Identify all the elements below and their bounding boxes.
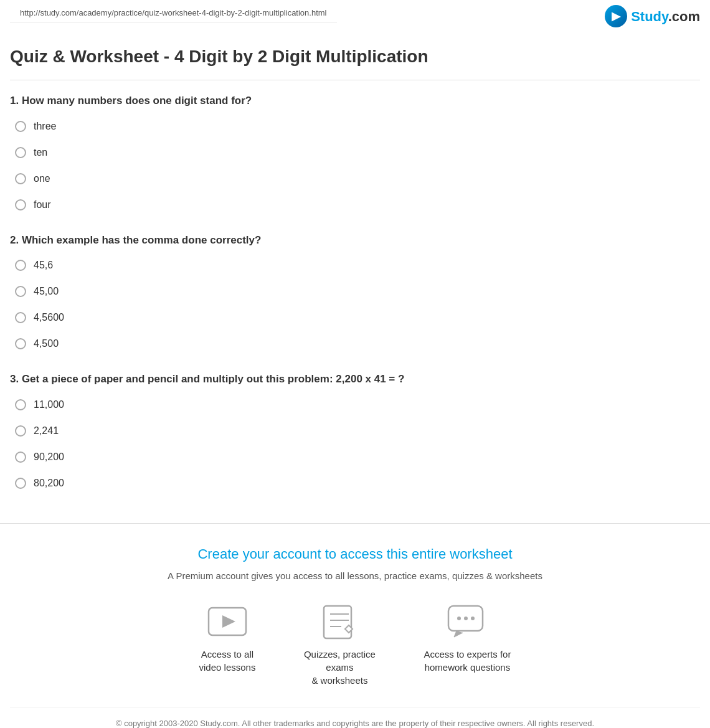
header: http://study.com/academy/practice/quiz-w…	[0, 0, 710, 31]
question-2-option-4[interactable]: 4,500	[10, 336, 700, 351]
chat-icon	[445, 603, 489, 640]
logo-text: Study.com	[631, 6, 700, 27]
question-2-option-1[interactable]: 45,6	[10, 258, 700, 273]
questions-container: 1. How many numbers does one digit stand…	[10, 93, 700, 491]
radio-q2-o1[interactable]	[15, 260, 26, 271]
features-row: Access to allvideo lessons Quizzes, prac…	[10, 603, 700, 687]
svg-point-8	[464, 617, 468, 620]
radio-q2-o3[interactable]	[15, 312, 26, 323]
question-3-option-1[interactable]: 11,000	[10, 397, 700, 412]
question-1-option-3[interactable]: one	[10, 171, 700, 186]
feature-video-label: Access to allvideo lessons	[199, 648, 256, 674]
radio-q1-o4[interactable]	[15, 199, 26, 210]
option-label-q1-o3: one	[34, 171, 50, 186]
radio-q2-o4[interactable]	[15, 338, 26, 349]
question-3-text: 3. Get a piece of paper and pencil and m…	[10, 371, 700, 387]
footer-section: Create your account to access this entir…	[0, 523, 710, 729]
svg-rect-2	[324, 606, 351, 638]
radio-q3-o3[interactable]	[15, 451, 26, 463]
radio-q2-o2[interactable]	[15, 286, 26, 297]
option-label-q2-o3: 4,5600	[34, 310, 64, 325]
feature-experts: Access to experts forhomework questions	[424, 603, 511, 687]
question-2-text: 2. Which example has the comma done corr…	[10, 232, 700, 248]
question-3: 3. Get a piece of paper and pencil and m…	[10, 371, 700, 491]
option-label-q2-o1: 45,6	[34, 258, 53, 273]
feature-video: Access to allvideo lessons	[199, 603, 256, 687]
radio-q1-o1[interactable]	[15, 121, 26, 132]
option-label-q3-o4: 80,200	[34, 476, 64, 491]
quiz-icon	[318, 603, 361, 640]
option-label-q3-o1: 11,000	[34, 397, 64, 412]
question-1-option-4[interactable]: four	[10, 197, 700, 212]
svg-point-9	[471, 617, 475, 620]
feature-quiz-label: Quizzes, practice exams& worksheets	[293, 648, 386, 687]
question-1-text: 1. How many numbers does one digit stand…	[10, 93, 700, 109]
question-3-option-3[interactable]: 90,200	[10, 450, 700, 465]
radio-q3-o2[interactable]	[15, 425, 26, 437]
video-icon	[206, 603, 249, 640]
cta-subtitle: A Premium account gives you access to al…	[10, 569, 700, 584]
question-1-option-1[interactable]: three	[10, 119, 700, 134]
quiz-content: 1. How many numbers does one digit stand…	[0, 80, 710, 523]
logo: ▶ Study.com	[605, 5, 700, 27]
option-label-q2-o4: 4,500	[34, 336, 59, 351]
cta-title: Create your account to access this entir…	[10, 544, 700, 564]
question-1: 1. How many numbers does one digit stand…	[10, 93, 700, 212]
radio-q3-o4[interactable]	[15, 478, 26, 489]
radio-q1-o3[interactable]	[15, 173, 26, 184]
question-2-option-2[interactable]: 45,00	[10, 284, 700, 299]
svg-point-7	[457, 617, 461, 620]
option-label-q2-o2: 45,00	[34, 284, 59, 299]
feature-quiz: Quizzes, practice exams& worksheets	[293, 603, 386, 687]
radio-q1-o2[interactable]	[15, 147, 26, 158]
copyright: © copyright 2003-2020 Study.com. All oth…	[10, 707, 700, 728]
radio-q3-o1[interactable]	[15, 399, 26, 410]
question-3-option-2[interactable]: 2,241	[10, 423, 700, 438]
option-label-q1-o2: ten	[34, 145, 47, 160]
url-bar: http://study.com/academy/practice/quiz-w…	[10, 3, 337, 23]
option-label-q3-o3: 90,200	[34, 450, 64, 465]
option-label-q1-o1: three	[34, 119, 56, 134]
page-title: Quiz & Worksheet - 4 Digit by 2 Digit Mu…	[0, 31, 710, 80]
question-1-option-2[interactable]: ten	[10, 145, 700, 160]
question-3-option-4[interactable]: 80,200	[10, 476, 700, 491]
logo-icon: ▶	[605, 5, 627, 27]
option-label-q3-o2: 2,241	[34, 423, 59, 438]
feature-experts-label: Access to experts forhomework questions	[424, 648, 511, 674]
option-label-q1-o4: four	[34, 197, 51, 212]
question-2-option-3[interactable]: 4,5600	[10, 310, 700, 325]
question-2: 2. Which example has the comma done corr…	[10, 232, 700, 352]
